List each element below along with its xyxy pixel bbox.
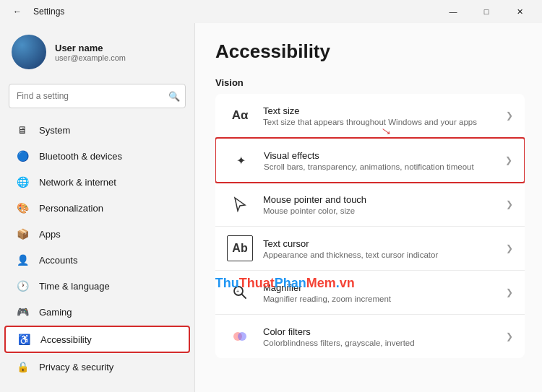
item-title: Magnifier xyxy=(263,282,500,293)
sidebar-item-personalization[interactable]: 🎨 Personalization xyxy=(4,196,190,220)
user-profile[interactable]: User name user@example.com xyxy=(0,23,194,78)
svg-text:+: + xyxy=(236,289,239,294)
chevron-icon: ❯ xyxy=(505,155,512,165)
settings-item-magnifier[interactable]: + Magnifier Magnifier reading, zoom incr… xyxy=(215,271,525,315)
sidebar-item-time[interactable]: 🕐 Time & language xyxy=(4,274,190,298)
accounts-icon: 👤 xyxy=(16,253,29,266)
item-title: Text size xyxy=(263,105,500,116)
avatar-image xyxy=(12,35,46,69)
sidebar-item-label: Gaming xyxy=(39,307,72,318)
network-icon: 🌐 xyxy=(16,175,29,188)
app-body: User name user@example.com 🔍 🖥 System 🔵 … xyxy=(0,23,542,392)
system-icon: 🖥 xyxy=(16,123,29,136)
item-desc: Scroll bars, transparency, animations, n… xyxy=(264,162,499,171)
user-email: user@example.com xyxy=(55,53,126,62)
settings-item-text-cursor[interactable]: Ab Text cursor Appearance and thickness,… xyxy=(215,227,525,271)
close-button[interactable]: ✕ xyxy=(503,0,536,23)
item-text-magnifier: Magnifier Magnifier reading, zoom increm… xyxy=(263,282,500,303)
settings-list: Aα Text size Text size that appears thro… xyxy=(215,94,525,358)
apps-icon: 📦 xyxy=(16,227,29,240)
sidebar-item-privacy[interactable]: 🔒 Privacy & security xyxy=(4,354,190,379)
item-desc: Text size that appears throughout Window… xyxy=(263,118,500,126)
user-info: User name user@example.com xyxy=(55,43,126,62)
sidebar-item-label: Privacy & security xyxy=(39,362,113,373)
content-area: Accessibility Vision Aα Text size Text s… xyxy=(195,23,542,392)
sidebar-item-network[interactable]: 🌐 Network & internet xyxy=(4,170,190,194)
sidebar-item-label: Accessibility xyxy=(40,334,92,345)
item-title: Text cursor xyxy=(263,238,500,249)
chevron-icon: ❯ xyxy=(506,199,513,209)
item-text-mouse-pointer: Mouse pointer and touch Mouse pointer co… xyxy=(263,194,500,215)
sidebar-item-accessibility[interactable]: ♿ Accessibility xyxy=(4,326,190,353)
personalization-icon: 🎨 xyxy=(16,201,29,214)
sidebar-item-label: Personalization xyxy=(39,203,103,214)
item-text-text-cursor: Text cursor Appearance and thickness, te… xyxy=(263,238,500,259)
accessibility-icon: ♿ xyxy=(17,333,30,346)
title-bar-left: ← Settings xyxy=(9,3,64,20)
magnifier-icon: + xyxy=(227,279,253,305)
item-desc: Appearance and thickness, text cursor in… xyxy=(263,251,500,259)
sidebar-item-gaming[interactable]: 🎮 Gaming xyxy=(4,300,190,324)
chevron-icon: ❯ xyxy=(506,110,513,121)
text-cursor-icon: Ab xyxy=(227,235,253,261)
item-desc: Mouse pointer color, size xyxy=(263,206,500,215)
sidebar-item-label: Accounts xyxy=(39,255,77,266)
svg-line-1 xyxy=(242,295,246,299)
sidebar-item-accounts[interactable]: 👤 Accounts xyxy=(4,248,190,272)
sidebar-item-label: Bluetooth & devices xyxy=(39,151,122,162)
window-controls: — □ ✕ xyxy=(436,0,536,23)
back-button[interactable]: ← xyxy=(9,3,26,20)
bluetooth-icon: 🔵 xyxy=(16,149,29,162)
sidebar-item-label: Network & internet xyxy=(39,177,116,188)
gaming-icon: 🎮 xyxy=(16,305,29,318)
search-box: 🔍 xyxy=(9,84,186,108)
search-input[interactable] xyxy=(9,84,186,108)
item-title: Color filters xyxy=(263,326,500,337)
maximize-button[interactable]: □ xyxy=(470,0,503,23)
item-title: Mouse pointer and touch xyxy=(263,194,500,205)
item-text-text-size: Text size Text size that appears through… xyxy=(263,105,500,126)
sidebar-item-label: Time & language xyxy=(39,281,110,292)
chevron-icon: ❯ xyxy=(506,331,513,341)
mouse-pointer-icon xyxy=(227,191,253,217)
title-bar: ← Settings — □ ✕ xyxy=(0,0,542,23)
user-name: User name xyxy=(55,43,126,53)
sidebar-item-apps[interactable]: 📦 Apps xyxy=(4,222,190,246)
item-title: Visual effects xyxy=(264,150,499,161)
sidebar-item-label: Apps xyxy=(39,229,61,240)
color-filters-icon xyxy=(227,323,253,349)
time-icon: 🕐 xyxy=(16,279,29,292)
text-size-icon: Aα xyxy=(227,103,253,129)
settings-item-text-size[interactable]: Aα Text size Text size that appears thro… xyxy=(215,94,525,138)
minimize-button[interactable]: — xyxy=(436,0,470,23)
item-desc: Magnifier reading, zoom increment xyxy=(263,295,500,303)
item-desc: Colorblindness filters, grayscale, inver… xyxy=(263,339,500,347)
sidebar: User name user@example.com 🔍 🖥 System 🔵 … xyxy=(0,23,195,392)
item-text-color-filters: Color filters Colorblindness filters, gr… xyxy=(263,326,500,347)
chevron-icon: ❯ xyxy=(506,287,513,297)
svg-point-4 xyxy=(238,332,246,341)
settings-item-visual-effects[interactable]: → ✦ Visual effects Scroll bars, transpar… xyxy=(215,137,525,183)
visual-effects-icon: ✦ xyxy=(228,147,254,173)
sidebar-item-system[interactable]: 🖥 System xyxy=(4,118,190,142)
avatar xyxy=(12,35,46,69)
settings-item-color-filters[interactable]: Color filters Colorblindness filters, gr… xyxy=(215,315,525,358)
window-title: Settings xyxy=(33,6,64,17)
chevron-icon: ❯ xyxy=(506,243,513,253)
search-icon: 🔍 xyxy=(168,91,180,102)
item-text-visual-effects: Visual effects Scroll bars, transparency… xyxy=(264,150,499,171)
sidebar-item-bluetooth[interactable]: 🔵 Bluetooth & devices xyxy=(4,144,190,168)
page-title: Accessibility xyxy=(215,40,525,63)
settings-item-mouse-pointer[interactable]: Mouse pointer and touch Mouse pointer co… xyxy=(215,183,525,227)
sidebar-item-label: System xyxy=(39,125,70,136)
section-label: Vision xyxy=(215,77,525,88)
privacy-icon: 🔒 xyxy=(16,360,29,373)
